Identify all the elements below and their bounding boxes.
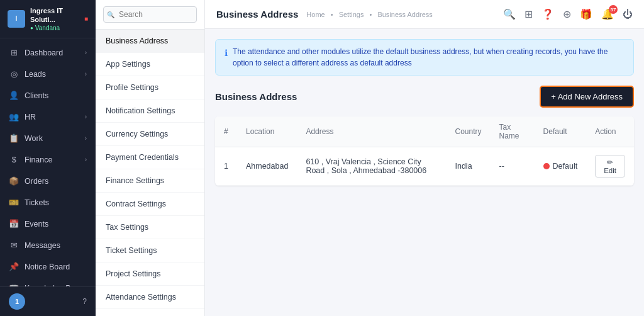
sidebar-label-dashboard: Dashboard bbox=[25, 48, 63, 57]
settings-item-app-settings[interactable]: App Settings bbox=[96, 53, 204, 76]
sidebar-item-leads[interactable]: ◎ Leads › bbox=[0, 64, 96, 85]
info-banner-text: The attendance and other modules utilize… bbox=[233, 46, 625, 69]
power-icon[interactable]: ⏻ bbox=[623, 9, 633, 20]
sidebar-label-events: Events bbox=[25, 220, 48, 229]
table-body: 1 Ahmedabad 610 , Vraj Valencia , Scienc… bbox=[215, 147, 634, 186]
brand-user: Vandana bbox=[30, 25, 79, 31]
plus-circle-icon[interactable]: ⊕ bbox=[563, 8, 571, 20]
brand-header: I Ingress IT Soluti... Vandana ■ bbox=[0, 0, 96, 38]
table-row: 1 Ahmedabad 610 , Vraj Valencia , Scienc… bbox=[215, 147, 634, 186]
settings-item-contract-settings[interactable]: Contract Settings bbox=[96, 193, 204, 216]
sidebar-item-events[interactable]: 📅 Events bbox=[0, 213, 96, 235]
settings-items-list: Business AddressApp SettingsProfile Sett… bbox=[96, 30, 204, 309]
grid-icon[interactable]: ⊞ bbox=[525, 8, 533, 20]
brand-name: Ingress IT Soluti... bbox=[30, 6, 79, 25]
cell-action: ✏ Edit bbox=[586, 147, 634, 186]
col-number: # bbox=[215, 116, 237, 147]
nav-item-left: ✉ Messages bbox=[9, 240, 60, 251]
edit-button[interactable]: ✏ Edit bbox=[595, 155, 625, 178]
settings-item-ticket-settings[interactable]: Ticket Settings bbox=[96, 239, 204, 262]
nav-item-left: 🎫 Tickets bbox=[9, 198, 49, 208]
sidebar-label-leads: Leads bbox=[25, 70, 46, 79]
help-icon[interactable]: ? bbox=[82, 297, 87, 306]
settings-item-profile-settings[interactable]: Profile Settings bbox=[96, 76, 204, 99]
col-address: Address bbox=[297, 116, 446, 147]
sidebar-item-knowledge-base[interactable]: 📖 Knowledge Base bbox=[0, 278, 96, 286]
breadcrumb-settings[interactable]: Settings bbox=[339, 11, 364, 18]
nav-item-left: ⊞ Dashboard bbox=[9, 48, 63, 58]
settings-search-input[interactable] bbox=[103, 6, 197, 23]
breadcrumb-home[interactable]: Home bbox=[306, 11, 325, 18]
col-action: Action bbox=[586, 116, 634, 147]
section-title: Business Address bbox=[215, 91, 297, 102]
work-icon: 📋 bbox=[9, 133, 19, 144]
settings-item-attendance-settings[interactable]: Attendance Settings bbox=[96, 286, 204, 309]
cell-tax-name: -- bbox=[491, 147, 535, 186]
messages-icon: ✉ bbox=[9, 240, 19, 251]
col-country: Country bbox=[446, 116, 490, 147]
search-icon[interactable]: 🔍 bbox=[503, 8, 516, 20]
col-tax-name: Tax Name bbox=[491, 116, 535, 147]
orders-icon: 📦 bbox=[9, 176, 19, 186]
default-label: Default bbox=[553, 162, 578, 171]
sidebar-item-finance[interactable]: $ Finance › bbox=[0, 149, 96, 171]
sidebar-item-messages[interactable]: ✉ Messages bbox=[0, 235, 96, 256]
notification-badge: 57 bbox=[609, 5, 618, 14]
settings-submenu: Business AddressApp SettingsProfile Sett… bbox=[96, 0, 205, 316]
cell-number: 1 bbox=[215, 147, 237, 186]
nav-item-left: 📋 Work bbox=[9, 133, 43, 144]
settings-item-business-address[interactable]: Business Address bbox=[96, 30, 204, 53]
events-icon: 📅 bbox=[9, 219, 19, 229]
default-badge: Default bbox=[543, 162, 578, 171]
sidebar-item-clients[interactable]: 👤 Clients bbox=[0, 85, 96, 106]
breadcrumb-sep2: • bbox=[369, 11, 374, 18]
help-circle-icon[interactable]: ❓ bbox=[541, 8, 554, 20]
settings-item-payment-credentials[interactable]: Payment Credentials bbox=[96, 146, 204, 169]
cell-address: 610 , Vraj Valencia , Science City Road … bbox=[297, 147, 446, 186]
settings-item-tax-settings[interactable]: Tax Settings bbox=[96, 216, 204, 239]
sidebar-item-tickets[interactable]: 🎫 Tickets bbox=[0, 192, 96, 213]
sidebar-label-finance: Finance bbox=[25, 155, 52, 164]
nav-item-left: ◎ Leads bbox=[9, 69, 46, 79]
chevron-icon: › bbox=[85, 156, 87, 163]
chevron-icon: › bbox=[85, 113, 87, 120]
table-head: # Location Address Country Tax Name Defa… bbox=[215, 116, 634, 147]
page-title: Business Address bbox=[216, 9, 298, 20]
sidebar-label-hr: HR bbox=[25, 113, 36, 121]
sidebar: I Ingress IT Soluti... Vandana ■ ⊞ Dashb… bbox=[0, 0, 96, 316]
sidebar-label-messages: Messages bbox=[25, 241, 60, 250]
add-new-address-button[interactable]: + Add New Address bbox=[540, 86, 634, 108]
tickets-icon: 🎫 bbox=[9, 198, 19, 208]
settings-item-finance-settings[interactable]: Finance Settings bbox=[96, 169, 204, 193]
table-header-row: # Location Address Country Tax Name Defa… bbox=[215, 116, 634, 147]
sidebar-label-work: Work bbox=[25, 134, 43, 143]
breadcrumb: Home • Settings • Business Address bbox=[304, 11, 435, 18]
sidebar-footer: 1 ? bbox=[0, 286, 96, 316]
sidebar-item-notice-board[interactable]: 📌 Notice Board bbox=[0, 256, 96, 278]
topbar-icons: 🔍 ⊞ ❓ ⊕ 🎁 🔔 57 ⏻ bbox=[503, 8, 633, 20]
content-area: ℹ The attendance and other modules utili… bbox=[205, 29, 644, 316]
sidebar-item-hr[interactable]: 👥 HR › bbox=[0, 106, 96, 128]
sidebar-label-orders: Orders bbox=[25, 177, 48, 186]
cell-country: India bbox=[446, 147, 490, 186]
settings-item-notification-settings[interactable]: Notification Settings bbox=[96, 99, 204, 123]
clients-icon: 👤 bbox=[9, 91, 19, 101]
chevron-icon: › bbox=[85, 135, 87, 142]
col-location: Location bbox=[237, 116, 297, 147]
nav-item-left: $ Finance bbox=[9, 155, 52, 165]
main-content: Business Address Home • Settings • Busin… bbox=[205, 0, 644, 316]
leads-icon: ◎ bbox=[9, 69, 19, 79]
settings-item-currency-settings[interactable]: Currency Settings bbox=[96, 123, 204, 146]
sidebar-item-dashboard[interactable]: ⊞ Dashboard › bbox=[0, 42, 96, 64]
notification-icon[interactable]: 🔔 57 bbox=[601, 8, 614, 20]
gift-icon[interactable]: 🎁 bbox=[580, 8, 592, 20]
sidebar-label-notice-board: Notice Board bbox=[25, 262, 70, 271]
cell-location: Ahmedabad bbox=[237, 147, 297, 186]
topbar: Business Address Home • Settings • Busin… bbox=[205, 0, 644, 29]
notice-board-icon: 📌 bbox=[9, 262, 19, 272]
default-dot bbox=[543, 163, 550, 169]
sidebar-item-orders[interactable]: 📦 Orders bbox=[0, 171, 96, 192]
settings-item-project-settings[interactable]: Project Settings bbox=[96, 262, 204, 286]
info-banner: ℹ The attendance and other modules utili… bbox=[215, 39, 634, 76]
sidebar-item-work[interactable]: 📋 Work › bbox=[0, 128, 96, 149]
